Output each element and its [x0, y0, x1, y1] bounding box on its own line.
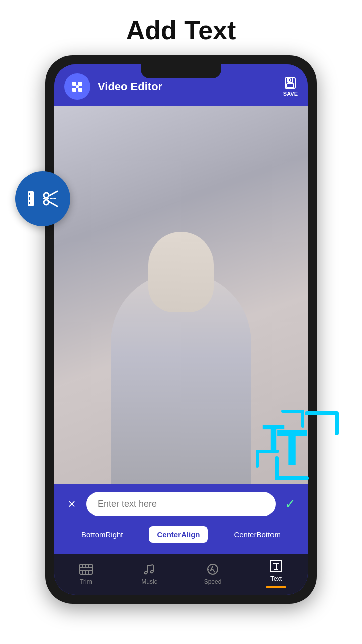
nav-speed-label: Speed: [204, 578, 222, 585]
app-title: Video Editor: [98, 80, 276, 93]
save-label: SAVE: [283, 91, 298, 97]
text-input-row: × ✓: [64, 492, 298, 516]
svg-rect-31: [29, 193, 30, 195]
phone-screen: Video Editor SAVE: [54, 64, 308, 595]
svg-rect-3: [78, 88, 82, 92]
svg-line-36: [48, 191, 57, 196]
nav-trim[interactable]: Trim: [68, 562, 104, 585]
svg-point-34: [44, 193, 49, 198]
svg-rect-32: [29, 197, 30, 200]
svg-point-4: [76, 85, 79, 88]
cancel-button[interactable]: ×: [64, 496, 79, 512]
active-indicator: [266, 586, 286, 588]
phone-notch: [141, 64, 221, 78]
nav-trim-label: Trim: [80, 578, 92, 585]
align-center-bottom[interactable]: CenterBottom: [226, 526, 289, 543]
svg-text:T: T: [277, 419, 307, 475]
page-title: Add Text: [126, 15, 236, 45]
svg-rect-2: [72, 88, 76, 92]
align-bottom-right[interactable]: BottomRight: [73, 526, 131, 543]
external-text-icon: T: [266, 406, 347, 488]
svg-rect-8: [288, 79, 290, 81]
text-input-field[interactable]: [86, 492, 276, 516]
nav-text[interactable]: Text: [258, 559, 294, 588]
app-logo[interactable]: [64, 73, 90, 100]
svg-rect-30: [28, 191, 34, 206]
align-center[interactable]: CenterAlign: [149, 526, 208, 543]
alignment-options: BottomRight CenterAlign CenterBottom: [64, 523, 298, 546]
nav-speed[interactable]: Speed: [195, 562, 230, 585]
svg-line-21: [147, 565, 153, 566]
svg-line-37: [48, 201, 57, 206]
person-silhouette: [111, 272, 251, 484]
bottom-nav: Trim Music: [54, 554, 308, 595]
nav-text-label: Text: [270, 575, 282, 582]
bottom-controls: × ✓ BottomRight CenterAlign CenterBottom: [54, 484, 308, 554]
nav-music[interactable]: Music: [132, 562, 167, 585]
external-logo-circle: [15, 171, 70, 226]
svg-rect-0: [72, 82, 76, 86]
head-shape: [148, 232, 214, 312]
svg-rect-7: [287, 84, 294, 88]
svg-point-35: [44, 200, 49, 205]
svg-rect-1: [78, 82, 82, 86]
save-button[interactable]: SAVE: [283, 76, 298, 97]
phone-frame: Video Editor SAVE: [45, 55, 317, 604]
confirm-button[interactable]: ✓: [283, 496, 298, 512]
nav-music-label: Music: [141, 578, 157, 585]
svg-rect-33: [29, 202, 30, 204]
